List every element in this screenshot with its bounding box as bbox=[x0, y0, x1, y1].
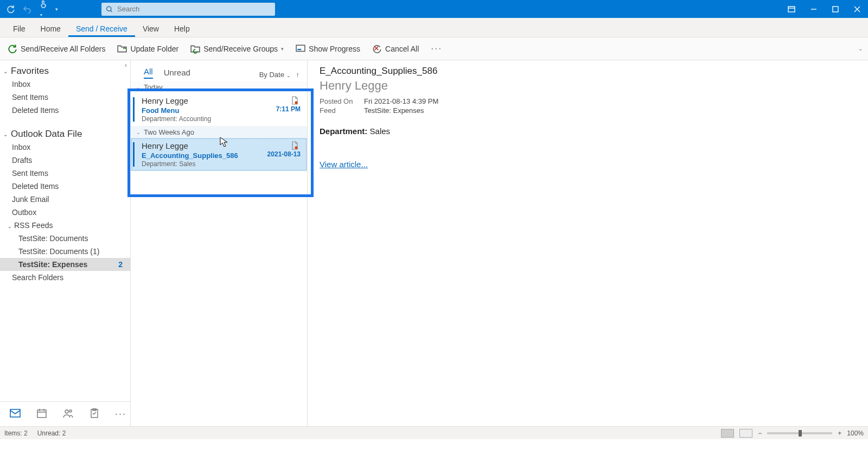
message-item-1[interactable]: Henry Legge Food Menu7:11 PM Department:… bbox=[131, 93, 307, 126]
favorites-header[interactable]: ⌄ Favorites bbox=[0, 62, 130, 78]
nav-outbox[interactable]: Outbox bbox=[0, 206, 130, 219]
window-controls bbox=[780, 6, 868, 12]
cancel-all-button[interactable]: Cancel All bbox=[372, 44, 419, 54]
touch-mode-icon[interactable]: ▾ bbox=[39, 0, 48, 18]
ribbon-display-icon[interactable] bbox=[788, 6, 795, 12]
zoom-in-button[interactable]: + bbox=[838, 429, 841, 437]
title-bar: ▾ ▾ bbox=[0, 0, 868, 18]
nav-rss-feeds[interactable]: ⌄ RSS Feeds bbox=[0, 219, 130, 232]
view-reading-button[interactable] bbox=[739, 429, 752, 438]
group-two-weeks[interactable]: ⌄ Two Weeks Ago bbox=[131, 126, 307, 138]
zoom-value: 100% bbox=[847, 429, 864, 437]
tab-home[interactable]: Home bbox=[33, 20, 68, 37]
send-receive-groups-button[interactable]: Send/Receive Groups ▾ bbox=[190, 44, 284, 54]
svg-point-8 bbox=[69, 410, 72, 412]
mail-icon[interactable] bbox=[10, 409, 21, 420]
search-box[interactable] bbox=[101, 3, 275, 16]
nav-inbox[interactable]: Inbox bbox=[0, 141, 130, 154]
posted-on-label: Posted On bbox=[320, 97, 358, 105]
svg-point-11 bbox=[295, 147, 298, 149]
ribbon-expand-button[interactable]: ⌄ bbox=[858, 46, 863, 52]
tab-view[interactable]: View bbox=[135, 20, 167, 37]
nav-deleted[interactable]: Deleted Items bbox=[0, 180, 130, 193]
nav-fav-inbox[interactable]: Inbox bbox=[0, 78, 130, 91]
folder-pane: ‹ ⌄ Favorites Inbox Sent Items Deleted I… bbox=[0, 60, 131, 426]
sync-icon[interactable] bbox=[7, 5, 15, 14]
chevron-down-icon: ⌄ bbox=[286, 73, 291, 78]
posted-on-value: Fri 2021-08-13 4:39 PM bbox=[364, 97, 438, 105]
message-item-2[interactable]: Henry Legge E_Accounting_Supplies_586202… bbox=[131, 138, 307, 171]
sort-direction-button[interactable]: ↑ bbox=[296, 71, 300, 79]
svg-point-7 bbox=[65, 410, 68, 413]
view-normal-button[interactable] bbox=[721, 429, 734, 438]
datafile-header[interactable]: ⌄ Outlook Data File bbox=[0, 125, 130, 141]
search-input[interactable] bbox=[117, 5, 271, 13]
folder-sync-icon bbox=[190, 44, 200, 54]
nav-fav-deleted[interactable]: Deleted Items bbox=[0, 104, 130, 117]
group-today[interactable]: ⌄ Today bbox=[131, 81, 307, 93]
message-from: Henry Legge bbox=[142, 141, 301, 150]
nav-rss-documents-1[interactable]: TestSite: Documents (1) bbox=[0, 245, 130, 258]
reading-subject: E_Accounting_Supplies_586 bbox=[320, 66, 856, 77]
list-tab-all[interactable]: All bbox=[144, 67, 153, 79]
message-list-pane: All Unread By Date ⌄ ↑ ⌄ Today Henry Leg… bbox=[131, 60, 308, 426]
tasks-icon[interactable] bbox=[90, 408, 99, 420]
nav-rss-expenses-label: TestSite: Expenses bbox=[18, 260, 87, 269]
tab-file[interactable]: File bbox=[5, 20, 33, 37]
group-two-weeks-label: Two Weeks Ago bbox=[144, 128, 194, 136]
tab-send-receive[interactable]: Send / Receive bbox=[68, 20, 135, 37]
show-progress-button[interactable]: Show Progress bbox=[296, 44, 360, 54]
ribbon: Send/Receive All Folders Update Folder S… bbox=[0, 37, 868, 60]
update-folder-button[interactable]: Update Folder bbox=[117, 44, 178, 54]
undo-icon[interactable] bbox=[23, 5, 31, 14]
nav-rss-expenses[interactable]: TestSite: Expenses 2 bbox=[0, 258, 130, 271]
menu-tabs: File Home Send / Receive View Help bbox=[0, 18, 868, 37]
maximize-icon[interactable] bbox=[832, 6, 839, 12]
close-icon[interactable] bbox=[854, 6, 860, 12]
feed-label: Feed bbox=[320, 106, 358, 115]
nav-rss-label: RSS Feeds bbox=[14, 221, 53, 230]
zoom-out-button[interactable]: − bbox=[758, 429, 762, 437]
ribbon-overflow-button[interactable]: ··· bbox=[431, 43, 442, 54]
reading-body: Department: Sales bbox=[320, 127, 856, 136]
collapse-nav-button[interactable]: ‹ bbox=[125, 61, 127, 69]
minimize-icon[interactable] bbox=[810, 6, 817, 12]
nav-search-folders[interactable]: Search Folders bbox=[0, 271, 130, 284]
svg-rect-3 bbox=[296, 45, 305, 51]
people-icon[interactable] bbox=[63, 408, 74, 420]
nav-more-button[interactable]: ··· bbox=[115, 408, 126, 420]
status-items: Items: 2 bbox=[4, 429, 28, 437]
group-today-label: Today bbox=[144, 83, 163, 91]
nav-rss-documents[interactable]: TestSite: Documents bbox=[0, 232, 130, 245]
list-tab-unread[interactable]: Unread bbox=[164, 68, 190, 79]
nav-fav-sent[interactable]: Sent Items bbox=[0, 91, 130, 104]
chevron-down-icon: ⌄ bbox=[8, 224, 12, 229]
view-article-link[interactable]: View article... bbox=[320, 160, 856, 169]
sort-button[interactable]: By Date ⌄ bbox=[259, 71, 291, 79]
nav-drafts[interactable]: Drafts bbox=[0, 154, 130, 167]
progress-icon bbox=[296, 44, 305, 54]
chevron-down-icon: ⌄ bbox=[3, 131, 9, 137]
svg-rect-5 bbox=[10, 409, 20, 417]
status-unread: Unread: 2 bbox=[37, 429, 66, 437]
message-subject: E_Accounting_Supplies_586 bbox=[142, 151, 238, 160]
chevron-down-icon: ⌄ bbox=[3, 68, 9, 74]
nav-junk[interactable]: Junk Email bbox=[0, 193, 130, 206]
zoom-slider[interactable] bbox=[767, 432, 832, 434]
datafile-label: Outlook Data File bbox=[11, 129, 82, 140]
nav-sent[interactable]: Sent Items bbox=[0, 167, 130, 180]
chevron-down-icon: ⌄ bbox=[136, 85, 141, 90]
qat-customize-icon[interactable]: ▾ bbox=[55, 7, 58, 12]
attachment-icon bbox=[291, 96, 298, 107]
send-receive-all-button[interactable]: Send/Receive All Folders bbox=[8, 44, 105, 54]
calendar-icon[interactable] bbox=[37, 408, 47, 420]
list-header: All Unread By Date ⌄ ↑ bbox=[131, 60, 307, 81]
send-receive-groups-label: Send/Receive Groups bbox=[203, 45, 278, 53]
unread-badge: 2 bbox=[118, 260, 128, 269]
message-from: Henry Legge bbox=[142, 96, 301, 105]
folder-icon bbox=[117, 44, 127, 54]
message-subject: Food Menu bbox=[142, 106, 179, 115]
tab-help[interactable]: Help bbox=[167, 20, 197, 37]
nav-footer: ··· bbox=[0, 401, 130, 426]
svg-rect-6 bbox=[37, 410, 46, 418]
